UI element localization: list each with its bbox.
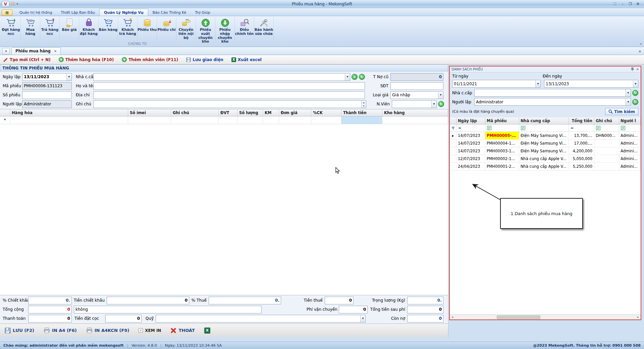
- cell-ma-phieu[interactable]: PMH00005-...: [485, 132, 519, 139]
- cell-ghi-chu[interactable]: [594, 140, 619, 147]
- sp-nguoi-lap-combo[interactable]: ▼: [474, 98, 631, 106]
- ngay-lap-combo[interactable]: ▼: [22, 73, 72, 81]
- cell-nha-cung-cap[interactable]: Nhà cung cấp Apple V...: [519, 163, 569, 170]
- cell-nha-cung-cap[interactable]: Nhà cung cấp Apple V...: [519, 155, 569, 162]
- ribbon-button-phieu-xuat-chuyen-kho[interactable]: Phiếu xuất chuyển kho: [196, 17, 215, 40]
- exit-button[interactable]: THOÁT: [170, 328, 195, 334]
- ribbon-button-phieu-nhap-chuyen-kho[interactable]: Phiếu nhập chuyển kho: [215, 17, 235, 40]
- cell-ngay-lap[interactable]: 14/07/2023: [457, 147, 485, 155]
- sp-refresh-user-button[interactable]: ↻: [632, 99, 638, 105]
- col-nha-cung-cap[interactable]: Nhà cung cấp: [519, 117, 569, 124]
- print-a4kcn-button[interactable]: IN A4KCN (F9): [86, 328, 129, 333]
- col-ghi-chu[interactable]: Ghi chú: [171, 109, 219, 116]
- cell-kho-hang[interactable]: [382, 116, 448, 124]
- cell-ngay-lap[interactable]: 12/07/2023: [457, 155, 485, 162]
- cell-tong-tien[interactable]: 13,700,...: [569, 132, 594, 139]
- thue-pct-input[interactable]: [209, 297, 281, 304]
- sp-nguoi-lap-input[interactable]: [475, 98, 626, 105]
- table-row[interactable]: 14/07/2023 PMH00004-1... Điện Máy Samsun…: [450, 140, 641, 147]
- spin-up-icon[interactable]: ▲: [362, 101, 366, 104]
- cell-hang-hoa[interactable]: [10, 116, 128, 124]
- cell-km[interactable]: [263, 116, 279, 124]
- cell-so-imei[interactable]: [128, 116, 171, 124]
- col-nguoi-lap[interactable]: Người l: [619, 117, 641, 124]
- ribbon-button-chuyen-tien-noi-bo[interactable]: Chuyển tiền nội bộ: [176, 17, 196, 40]
- horizontal-scrollbar[interactable]: ◄ ►: [450, 314, 641, 319]
- tien-thue-input[interactable]: [325, 297, 354, 304]
- xem-in-checkbox[interactable]: ✓ XEM IN: [139, 328, 161, 333]
- cell-ghi-chu[interactable]: DHN000...: [594, 132, 619, 139]
- tong-tien-sau-phi-input[interactable]: [407, 306, 443, 313]
- den-ngay-combo[interactable]: ▼: [544, 80, 638, 88]
- chevron-down-icon[interactable]: ▼: [633, 80, 638, 87]
- quy-input[interactable]: [156, 315, 360, 322]
- ribbon-button-ban-hang[interactable]: Bán hàng: [99, 17, 118, 40]
- app-logo-icon[interactable]: V: [2, 1, 9, 7]
- chevron-down-icon[interactable]: ▼: [438, 92, 443, 99]
- col-ma-phieu[interactable]: Mã phiếu: [485, 117, 519, 124]
- cell-thanh-tien[interactable]: [341, 116, 382, 124]
- checkbox-checked-icon[interactable]: ✓: [139, 328, 143, 333]
- search-button[interactable]: Tìm kiếm: [605, 108, 638, 115]
- cell-tong-tien[interactable]: 17,000,...: [569, 140, 594, 147]
- cell-ngay-lap[interactable]: 24/04/2023: [457, 163, 485, 170]
- export-excel-button[interactable]: X Xuất excel: [231, 57, 262, 62]
- col-hang-hoa[interactable]: Hàng hóa: [10, 109, 128, 116]
- filter-equals[interactable]: =: [457, 124, 485, 132]
- minimize-icon[interactable]: –: [619, 1, 626, 7]
- cell-nha-cung-cap[interactable]: Điện Máy Samsung Vi...: [519, 132, 569, 139]
- col-thanh-tien[interactable]: Thành tiền: [341, 109, 382, 116]
- cell-ma-phieu[interactable]: PMH00001-2...: [485, 163, 519, 170]
- tien-dat-coc-input[interactable]: [105, 315, 142, 322]
- chevron-down-icon[interactable]: ▼: [345, 73, 350, 81]
- ghi-chu-input[interactable]: [94, 101, 361, 108]
- items-grid-new-row[interactable]: *: [0, 116, 448, 124]
- chevron-down-icon[interactable]: ▼: [626, 98, 631, 105]
- cell-ghi-chu[interactable]: [594, 163, 619, 170]
- save-button[interactable]: LƯU (F2): [5, 328, 34, 334]
- sp-nha-ccap-combo[interactable]: ▼: [474, 89, 631, 97]
- ghi-chu-field[interactable]: ▲▼: [93, 100, 366, 108]
- cell-ma-phieu[interactable]: PMH00004-1...: [485, 140, 519, 147]
- tien-chiet-khau-input[interactable]: [107, 297, 189, 304]
- add-item-button[interactable]: + Thêm hàng hóa (F10): [59, 57, 114, 62]
- print-a4-button[interactable]: IN A4 (F6): [44, 328, 77, 333]
- quick-access-caret-icon[interactable]: ▾: [17, 2, 18, 5]
- cell-don-gia[interactable]: [279, 116, 311, 124]
- col-tong-tien[interactable]: Tổng tiền: [569, 117, 594, 124]
- table-row[interactable]: 24/04/2023 PMH00001-2... Nhà cung cấp Ap…: [450, 163, 641, 170]
- col-km[interactable]: KM: [263, 109, 279, 116]
- den-ngay-input[interactable]: [544, 80, 633, 87]
- ribbon-button-khach-dat-hang[interactable]: Khách đặt hàng: [79, 17, 99, 40]
- nha-ccap-combo[interactable]: ▼: [93, 73, 350, 81]
- cell-nguoi-lap[interactable]: Admini...: [619, 132, 641, 139]
- chevron-down-icon[interactable]: ▼: [626, 89, 631, 96]
- cell-dvt[interactable]: [219, 116, 237, 124]
- ribbon-button-mua-hang[interactable]: Mua hàng: [21, 17, 40, 40]
- table-row[interactable]: 14/07/2023 PMH00003-1... Điện Máy Samsun…: [450, 147, 641, 155]
- spin-down-icon[interactable]: ▼: [362, 104, 366, 108]
- close-strip-icon[interactable]: ✕: [639, 50, 641, 53]
- chevron-down-icon[interactable]: ▼: [431, 101, 436, 108]
- create-new-button[interactable]: Tạo mới (Ctrl + N): [3, 57, 51, 62]
- col-ghi-chu[interactable]: Ghi chú: [594, 117, 619, 124]
- add-supplier-button[interactable]: +: [352, 74, 358, 80]
- scroll-right-icon[interactable]: ►: [636, 315, 641, 319]
- tong-ghi-chu-input[interactable]: [74, 306, 262, 313]
- cell-nguoi-lap[interactable]: Admini...: [619, 140, 641, 147]
- ribbon-button-bao-gia[interactable]: Báo giá: [60, 17, 79, 40]
- cell-tong-tien[interactable]: 5,050,000: [569, 155, 594, 162]
- menu-tab-quan-tri-he-thong[interactable]: Quản trị hệ thống: [15, 9, 56, 16]
- save-layout-button[interactable]: Lưu giao diện: [186, 57, 223, 62]
- ribbon-button-tra-hang-ncc[interactable]: Trả hàng ncc: [40, 17, 60, 40]
- col-ck[interactable]: %CK: [311, 109, 341, 116]
- chiet-khau-pct-input[interactable]: [28, 297, 72, 304]
- chevron-down-icon[interactable]: ▼: [535, 80, 540, 87]
- n-vien-input[interactable]: [392, 101, 431, 108]
- tu-ngay-input[interactable]: [452, 80, 535, 87]
- col-dvt[interactable]: ĐVT: [219, 109, 237, 116]
- cell-so-luong[interactable]: [237, 116, 263, 124]
- ribbon-button-bao-hanh-sua-chua[interactable]: Bảo hành sửa chữa: [254, 17, 274, 40]
- ribbon-collapse-icon[interactable]: ◂: [640, 42, 641, 45]
- n-vien-combo[interactable]: ▼: [392, 100, 437, 108]
